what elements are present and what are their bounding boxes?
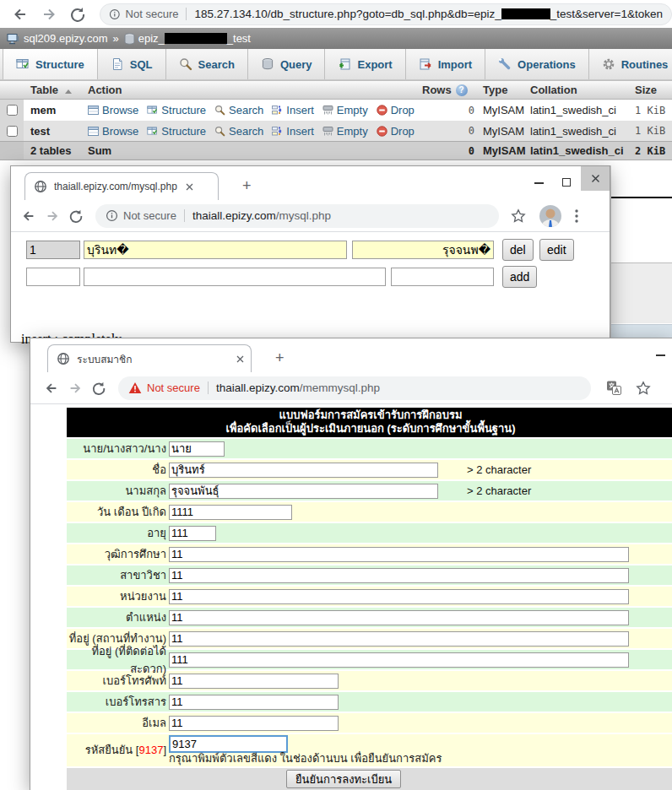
footer-rows: 0 — [422, 145, 478, 157]
table-header-row: Table Action Rows? Type Collation Size — [0, 80, 672, 100]
col-table[interactable]: Table — [24, 84, 83, 96]
tab-routines[interactable]: Routines — [589, 49, 672, 79]
new-id-field[interactable] — [26, 268, 80, 286]
phone-field[interactable] — [169, 674, 339, 689]
main-address-bar[interactable]: Not secure 185.27.134.10/db_structure.ph… — [100, 3, 672, 25]
table-name[interactable]: mem — [24, 104, 83, 116]
field-label: ตำแหน่ง — [67, 609, 169, 626]
add-button[interactable]: add — [502, 266, 537, 288]
reload-icon[interactable] — [69, 6, 86, 23]
record-name-field[interactable] — [84, 241, 347, 259]
tab-import[interactable]: Import — [406, 49, 485, 79]
browse-link[interactable]: Browse — [88, 125, 138, 138]
insert-link[interactable]: Insert — [272, 125, 314, 138]
row-type: MyISAM — [478, 125, 530, 138]
query-icon — [261, 57, 274, 71]
row-checkbox[interactable] — [7, 105, 18, 116]
minimize-button[interactable] — [534, 182, 544, 184]
position-field[interactable] — [169, 610, 629, 625]
translate-icon[interactable] — [606, 380, 622, 396]
verification-code-field[interactable] — [169, 735, 288, 753]
field-label: วุฒิการศึกษา — [67, 545, 169, 563]
new-name-field[interactable] — [84, 268, 386, 286]
record-surname-field[interactable] — [352, 241, 494, 259]
tab-structure[interactable]: Structure — [3, 49, 98, 79]
record-id-field[interactable] — [26, 241, 80, 259]
win2-address-bar[interactable]: Not secure thaiall.epizy.com/memmysql.ph… — [118, 376, 591, 400]
table-name[interactable]: test — [24, 125, 83, 138]
structure-link[interactable]: Structure — [147, 125, 206, 138]
search-link[interactable]: Search — [214, 104, 263, 116]
work-address-field[interactable] — [169, 631, 629, 647]
age-field[interactable] — [169, 526, 216, 541]
fax-field[interactable] — [169, 695, 339, 710]
major-field[interactable] — [169, 568, 629, 583]
drop-link[interactable]: Drop — [377, 104, 415, 116]
tab-close-icon[interactable] — [236, 355, 244, 363]
delete-button[interactable]: del — [502, 239, 534, 261]
submit-registration-button[interactable]: ยืนยันการลงทะเบียน — [286, 770, 401, 788]
minimize-button[interactable] — [656, 354, 665, 356]
firstname-field[interactable] — [169, 463, 438, 478]
tab-sql[interactable]: SQL — [98, 49, 166, 79]
new-surname-field[interactable] — [391, 268, 494, 286]
bookmark-star-icon[interactable] — [511, 208, 526, 224]
footer-collation: latin1_swedish_ci — [530, 144, 631, 157]
help-icon[interactable]: ? — [456, 84, 468, 96]
row-collation[interactable]: latin1_swedish_ci — [530, 125, 631, 138]
close-icon — [591, 174, 600, 183]
background-window-sliver — [610, 165, 672, 338]
form-row-age: อายุ — [67, 523, 672, 543]
new-tab-button[interactable]: + — [275, 350, 285, 365]
forward-icon[interactable] — [41, 6, 57, 23]
email-field[interactable] — [169, 716, 339, 731]
reload-icon[interactable] — [91, 381, 106, 396]
back-icon[interactable] — [12, 6, 29, 23]
edit-button[interactable]: edit — [539, 239, 574, 261]
form-title: แบบฟอร์มการสมัครเข้ารับการฝึกอบรม เพื่อค… — [67, 408, 672, 437]
form-row-title-prefix: นาย/นางสาว/นาง — [67, 439, 672, 458]
win2-tab[interactable]: ระบบสมาชิก — [47, 344, 252, 372]
reload-icon[interactable] — [68, 208, 84, 224]
search-link[interactable]: Search — [214, 125, 263, 138]
profile-avatar[interactable] — [539, 205, 561, 227]
drop-icon — [377, 126, 387, 137]
organization-field[interactable] — [169, 589, 629, 604]
bookmark-star-icon[interactable] — [636, 381, 651, 396]
structure-link[interactable]: Structure — [147, 104, 206, 116]
row-count: 0 — [422, 125, 478, 137]
empty-link[interactable]: Empty — [322, 104, 368, 116]
contact-address-field[interactable] — [169, 652, 629, 668]
back-icon[interactable] — [21, 208, 36, 224]
tab-close-icon[interactable] — [186, 183, 193, 191]
back-icon[interactable] — [44, 381, 59, 396]
close-button[interactable] — [581, 166, 610, 191]
lastname-field[interactable] — [169, 484, 438, 499]
tab-query[interactable]: Query — [248, 49, 326, 79]
tab-search[interactable]: Search — [166, 49, 248, 79]
insert-link[interactable]: Insert — [272, 104, 314, 116]
browse-link[interactable]: Browse — [88, 104, 138, 116]
field-label: เบอร์โทรสาร — [67, 693, 169, 711]
maximize-button[interactable] — [562, 178, 571, 187]
title-prefix-field[interactable] — [169, 441, 225, 457]
education-field[interactable] — [169, 547, 629, 562]
col-size: Size — [631, 84, 672, 96]
new-tab-button[interactable]: + — [242, 178, 252, 193]
forward-icon[interactable] — [45, 208, 60, 224]
breadcrumb-database[interactable]: epiz__test — [138, 32, 251, 45]
row-collation[interactable]: latin1_swedish_ci — [530, 104, 631, 116]
drop-link[interactable]: Drop — [377, 125, 415, 138]
menu-dots-icon[interactable] — [575, 209, 578, 223]
empty-link[interactable]: Empty — [322, 125, 368, 138]
field-label: อีเมล — [67, 714, 169, 732]
breadcrumb-server[interactable]: sql209.epizy.com — [24, 32, 107, 45]
row-checkbox[interactable] — [7, 126, 18, 137]
forward-icon[interactable] — [68, 381, 83, 396]
birthdate-field[interactable] — [169, 505, 292, 520]
win1-tab[interactable]: thaiall.epizy.com/mysql.php — [24, 172, 219, 200]
tab-operations[interactable]: Operations — [485, 49, 589, 79]
tab-export[interactable]: Export — [325, 49, 405, 79]
win1-address-bar[interactable]: Not secure thaiall.epizy.com/mysql.php — [95, 204, 499, 228]
row-actions: Browse Structure Search Insert Empty Dro… — [83, 104, 422, 116]
